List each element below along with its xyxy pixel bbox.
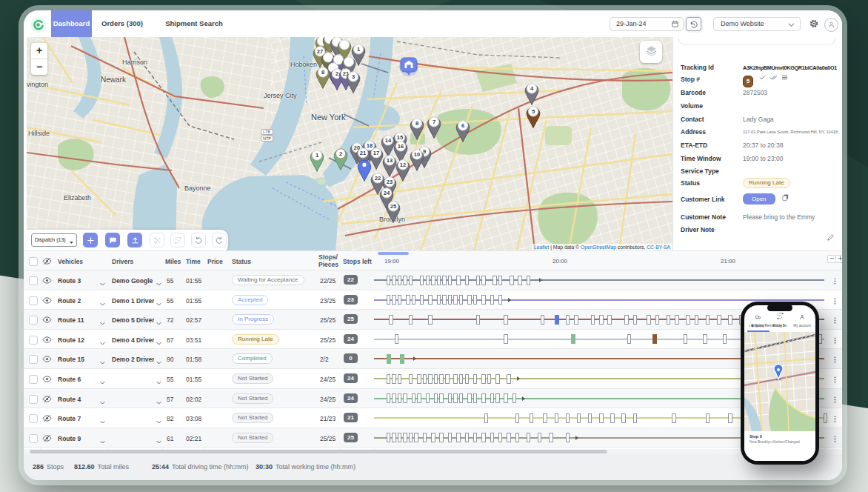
row-menu-button[interactable] [831,315,839,328]
timeline-stop-filled[interactable] [652,334,657,344]
row-checkbox[interactable] [29,336,38,345]
timeline-stop[interactable] [456,433,461,442]
table-row-route-9[interactable]: Route 96102:21Not Started25/2525 [24,428,842,448]
timeline-stop[interactable] [607,315,612,325]
row-menu-button[interactable] [831,374,839,388]
timeline-stop[interactable] [403,393,407,403]
timeline-stop-filled[interactable] [555,315,559,325]
timeline-stop[interactable] [728,315,732,325]
map-canvas[interactable] [27,37,672,250]
table-row-route-3[interactable]: Route 3Demo Google Dr5501:55Waiting for … [24,270,842,290]
row-menu-button[interactable] [831,394,839,408]
timeline-stop[interactable] [504,315,508,325]
osm-link[interactable]: OpenStreetMap [581,245,616,250]
timeline-stop[interactable] [476,276,481,285]
timeline-stop[interactable] [387,374,391,384]
timeline-stop[interactable] [453,295,458,305]
timeline-stop[interactable] [541,315,545,325]
table-row-route-2[interactable]: Route 2Demo 1 Driver5501:55Accepted23/25… [24,290,842,310]
timeline-stop[interactable] [504,334,508,344]
upload-button[interactable] [127,233,142,247]
route-button[interactable] [170,233,185,247]
timeline-stop[interactable] [439,433,444,442]
timeline-stop[interactable] [473,295,478,305]
message-button[interactable] [105,233,120,247]
timeline-stop[interactable] [420,295,424,305]
timeline-stop[interactable] [409,433,413,442]
zoom-in-button[interactable]: + [31,43,47,59]
timeline-stop[interactable] [420,276,424,285]
calendar-icon[interactable] [671,20,679,33]
timeline-stop[interactable] [498,295,503,305]
redo-button[interactable] [212,233,227,247]
timeline-stop[interactable] [538,433,542,442]
table-row-route-15[interactable]: Route 15Demo 2 Driver9001:58Completed2/2… [24,349,842,369]
timeline-stop[interactable] [647,315,651,325]
timeline-stop[interactable] [392,374,396,384]
timeline-stop[interactable] [543,413,547,423]
timeline-stop[interactable] [481,295,486,305]
date-input[interactable]: 29-Jan-24 [610,17,684,31]
timeline-stop[interactable] [434,393,438,403]
timeline-stop[interactable] [476,315,481,325]
cut-button[interactable] [150,233,164,247]
open-button[interactable]: Open [743,193,775,205]
timeline-stop[interactable] [493,276,497,285]
timeline-stop[interactable] [395,334,399,344]
vehicle-select[interactable]: Route 7 [58,415,81,422]
timeline-stop[interactable] [675,315,679,325]
timeline-stop[interactable] [504,393,508,403]
timeline-stop[interactable] [728,413,732,423]
timeline-stop[interactable] [717,315,721,325]
timeline-stop[interactable] [448,433,453,442]
zoom-out-button[interactable]: − [31,59,47,75]
scrollbar-thumb[interactable] [30,450,607,453]
timeline-stop[interactable] [392,433,396,442]
driver-select[interactable]: Demo Google Dr [112,277,154,285]
cc-link[interactable]: CC-BY-SA [647,245,670,250]
row-eye-visible[interactable] [42,276,52,287]
timeline-stop[interactable] [417,374,421,384]
timeline-stop[interactable] [633,315,638,325]
timeline-stop[interactable] [684,334,688,344]
timeline-stop[interactable] [428,315,433,325]
timeline-stop[interactable] [439,374,444,384]
timeline-stop[interactable] [599,315,604,325]
timeline-stop[interactable] [473,433,478,442]
table-row-route-12[interactable]: Route 12Demo 4 Driver8703:51Running Late… [24,330,842,350]
row-checkbox[interactable] [29,316,38,325]
timeline-stop[interactable] [695,315,699,325]
timeline-stop[interactable] [467,295,472,305]
timeline-stop-filled[interactable] [571,334,575,344]
timeline-stop[interactable] [428,374,433,384]
timeline-stop[interactable] [498,276,503,285]
menu-icon[interactable] [781,75,788,82]
timeline-stop[interactable] [530,413,534,423]
dispatch-select[interactable]: Dispatch (13) [31,233,77,247]
timeline-stop[interactable] [423,433,427,442]
copy-icon[interactable] [781,196,789,203]
driver-select[interactable]: Demo 1 Driver [112,297,154,305]
row-checkbox[interactable] [29,395,38,404]
timeline-stop[interactable] [706,315,710,325]
timeline-stop[interactable] [403,433,407,442]
timeline-stop[interactable] [481,276,486,285]
row-eye-visible[interactable] [42,354,52,365]
timeline-stop[interactable] [398,374,402,384]
timeline-stop[interactable] [513,393,517,403]
vehicle-select[interactable]: Route 3 [58,277,81,285]
double-check-icon[interactable] [769,75,778,82]
timeline-stop[interactable] [412,393,416,403]
table-row-route-4[interactable]: Route 45702:02Not Started24/2524 [24,389,842,409]
timeline-stop[interactable] [412,295,416,305]
timeline-stop[interactable] [481,393,486,403]
horizontal-scrollbar[interactable] [24,449,842,454]
timeline-stop[interactable] [437,295,441,305]
timeline-stop[interactable] [409,276,413,285]
timeline-stop[interactable] [549,433,553,442]
timeline-stop[interactable] [453,374,458,384]
timeline-stop[interactable] [453,393,458,403]
row-menu-button[interactable] [831,413,839,427]
timeline-stop[interactable] [627,334,632,344]
vehicle-select[interactable]: Route 4 [58,396,81,403]
